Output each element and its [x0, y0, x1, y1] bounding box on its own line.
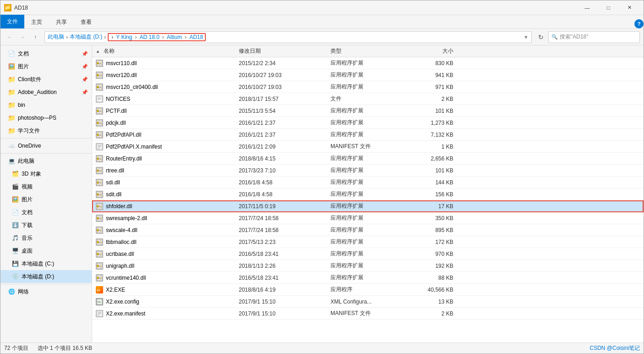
- docs-icon-2: 📄: [11, 209, 19, 216]
- table-row[interactable]: DLL tbbmalloc.dll 2017/5/13 2:23 应用程序扩展 …: [92, 236, 644, 248]
- sidebar-item-adobe[interactable]: 📁 Adobe_Audition 📌: [0, 86, 92, 99]
- table-row[interactable]: DLL msvcr120.dll 2016/10/27 19:03 应用程序扩展…: [92, 69, 644, 81]
- file-name-text: swresample-2.dll: [106, 215, 147, 221]
- folder-icon-clion: 📁: [8, 76, 15, 83]
- svg-text:DLL: DLL: [99, 253, 102, 255]
- breadcrumb-ad18[interactable]: AD18: [189, 34, 203, 40]
- file-size: 88 KB: [404, 275, 459, 281]
- breadcrumb-yking[interactable]: Y King: [116, 34, 132, 40]
- sidebar-item-docs2[interactable]: 📄 文档: [0, 206, 92, 219]
- col-header-date[interactable]: 修改日期: [239, 47, 330, 55]
- file-name-text: shfolder.dll: [106, 203, 132, 210]
- svg-text:DLL: DLL: [99, 229, 102, 232]
- breadcrumb-ad180[interactable]: AD 18.0: [139, 34, 159, 40]
- sidebar-label-desktop: 桌面: [22, 247, 33, 255]
- table-row[interactable]: DLL ucrtbase.dll 2016/5/18 23:41 应用程序扩展 …: [92, 248, 644, 260]
- minimize-button[interactable]: —: [577, 0, 598, 15]
- table-row[interactable]: DLL Pdf2PdfAPI.dll 2016/1/21 2:37 应用程序扩展…: [92, 129, 644, 141]
- col-header-name[interactable]: ▲ 名称: [92, 47, 239, 55]
- table-row[interactable]: DLL msvcr110.dll 2015/12/2 2:34 应用程序扩展 8…: [92, 57, 644, 69]
- sidebar-label-downloads: 下载: [22, 221, 33, 229]
- sidebar-item-onedrive[interactable]: ☁️ OneDrive: [0, 139, 92, 152]
- file-name-text: unigraph.dll: [106, 263, 134, 269]
- table-row[interactable]: DLL sdi.dll 2016/1/8 4:58 应用程序扩展 144 KB: [92, 177, 644, 188]
- file-rows-container: DLL msvcr110.dll 2015/12/2 2:34 应用程序扩展 8…: [92, 57, 644, 320]
- dll-icon: DLL: [96, 60, 103, 67]
- dll-icon: DLL: [96, 131, 103, 138]
- svg-text:DLL: DLL: [99, 170, 102, 172]
- sidebar-item-study[interactable]: 📁 学习文件: [0, 124, 92, 137]
- table-row[interactable]: Pdf2PdfAPI.X.manifest 2016/1/21 2:09 MAN…: [92, 141, 644, 153]
- file-type: 应用程序扩展: [330, 274, 404, 282]
- svg-text:DLL: DLL: [99, 217, 102, 220]
- forward-button[interactable]: →: [17, 32, 28, 43]
- sidebar-label-diskd: 本地磁盘 (D:): [22, 273, 54, 281]
- pin-icon-clion: 📌: [82, 77, 88, 83]
- file-date: 2017/9/1 15:10: [239, 299, 330, 305]
- table-row[interactable]: DLL unigraph.dll 2018/1/13 2:26 应用程序扩展 1…: [92, 260, 644, 272]
- tab-view[interactable]: 查看: [74, 15, 99, 29]
- sidebar-item-thispc[interactable]: 💻 此电脑: [0, 155, 92, 167]
- sidebar-item-clion[interactable]: 📁 Clion软件 📌: [0, 73, 92, 86]
- sidebar-item-3d[interactable]: 🗂️ 3D 对象: [0, 167, 92, 180]
- sidebar-item-video[interactable]: 🎬 视频: [0, 180, 92, 193]
- table-row[interactable]: XML X2.exe.config 2017/9/1 15:10 XML Con…: [92, 296, 644, 308]
- table-row[interactable]: DLL vcruntime140.dll 2016/5/18 23:41 应用程…: [92, 272, 644, 284]
- sidebar-item-bin[interactable]: 📁 bin: [0, 99, 92, 111]
- table-row[interactable]: NOTICES 2018/1/17 15:57 文件 2 KB: [92, 93, 644, 105]
- table-row[interactable]: EX X2.EXE 2018/8/16 4:19 应用程序 40,566 KB: [92, 284, 644, 296]
- file-type: 文件: [330, 95, 404, 103]
- file-date: 2017/5/13 2:23: [239, 239, 330, 245]
- breadcrumb-altium[interactable]: Altium: [167, 34, 182, 40]
- sidebar-item-diskd[interactable]: 💿 本地磁盘 (D:): [0, 270, 92, 283]
- table-row[interactable]: DLL pdcjk.dll 2016/1/21 2:37 应用程序扩展 1,27…: [92, 117, 644, 129]
- table-row[interactable]: DLL RouterEntry.dll 2018/8/16 4:15 应用程序扩…: [92, 153, 644, 165]
- sidebar-item-pictures[interactable]: 🖼️ 图片 📌: [0, 60, 92, 73]
- table-row[interactable]: DLL sdit.dll 2016/1/8 4:58 应用程序扩展 156 KB: [92, 188, 644, 200]
- col-header-type[interactable]: 类型: [330, 47, 404, 55]
- maximize-button[interactable]: □: [598, 0, 619, 15]
- file-date: 2018/8/16 4:19: [239, 287, 330, 293]
- tab-home[interactable]: 主页: [24, 15, 49, 29]
- back-button[interactable]: ←: [4, 32, 15, 43]
- help-button[interactable]: ?: [634, 19, 644, 28]
- refresh-button[interactable]: ↻: [535, 32, 546, 43]
- breadcrumb-highlight: › Y King › AD 18.0 › Altium › AD18: [108, 33, 206, 41]
- sidebar-item-network[interactable]: 🌐 网络: [0, 285, 92, 298]
- sidebar-item-downloads[interactable]: ⬇️ 下载: [0, 219, 92, 232]
- breadcrumb-bar[interactable]: 此电脑 › 本地磁盘 (D:) › › Y King › AD 18.0 › A…: [44, 31, 532, 43]
- table-row[interactable]: DLL swscale-4.dll 2017/7/24 18:58 应用程序扩展…: [92, 224, 644, 236]
- sidebar-item-photoshop[interactable]: 📁 photoshop—PS: [0, 111, 92, 124]
- search-bar[interactable]: 🔍 搜索"AD18": [548, 31, 640, 43]
- docs-icon: 📄: [8, 50, 15, 57]
- table-row[interactable]: DLL swresample-2.dll 2017/7/24 18:58 应用程…: [92, 212, 644, 224]
- sidebar-item-desktop[interactable]: 🖥️ 桌面: [0, 244, 92, 257]
- col-header-size[interactable]: 大小: [404, 47, 459, 55]
- file-name-text: X2.EXE: [106, 287, 125, 293]
- tab-file[interactable]: 文件: [0, 15, 24, 28]
- file-type: 应用程序扩展: [330, 83, 404, 91]
- file-name-text: msvcr110.dll: [106, 60, 137, 66]
- table-row[interactable]: DLL msvcr120_clr0400.dll 2016/10/27 19:0…: [92, 81, 644, 93]
- table-row[interactable]: DLL rtree.dll 2017/3/23 7:10 应用程序扩展 101 …: [92, 165, 644, 177]
- sidebar-item-music[interactable]: 🎵 音乐: [0, 232, 92, 244]
- table-row[interactable]: X2.exe.manifest 2017/9/1 15:10 MANIFEST …: [92, 308, 644, 320]
- table-row[interactable]: DLL shfolder.dll 2017/11/5 0:19 应用程序扩展 1…: [92, 200, 644, 212]
- dll-icon: DLL: [96, 83, 103, 91]
- breadcrumb-thispc[interactable]: 此电脑: [48, 33, 64, 41]
- sidebar-item-documents[interactable]: 📄 文档 📌: [0, 47, 92, 60]
- table-row[interactable]: DLL PCTF.dll 2015/11/3 5:54 应用程序扩展 101 K…: [92, 105, 644, 117]
- file-date: 2017/9/1 15:10: [239, 310, 330, 317]
- pin-icon-adobe: 📌: [82, 89, 88, 95]
- breadcrumb-diskd[interactable]: 本地磁盘 (D:): [70, 33, 102, 41]
- file-type: 应用程序扩展: [330, 250, 404, 258]
- tab-share[interactable]: 共享: [49, 15, 74, 29]
- manifest-icon: [96, 310, 103, 317]
- sidebar-item-pictures2[interactable]: 🖼️ 图片: [0, 193, 92, 206]
- sidebar-label-thispc: 此电脑: [18, 157, 34, 165]
- close-button[interactable]: ✕: [619, 0, 640, 15]
- sidebar-item-diskc[interactable]: 💾 本地磁盘 (C:): [0, 257, 92, 270]
- up-button[interactable]: ↑: [30, 32, 41, 43]
- breadcrumb-dropdown[interactable]: ▼: [523, 34, 528, 40]
- dll-icon: DLL: [96, 250, 103, 258]
